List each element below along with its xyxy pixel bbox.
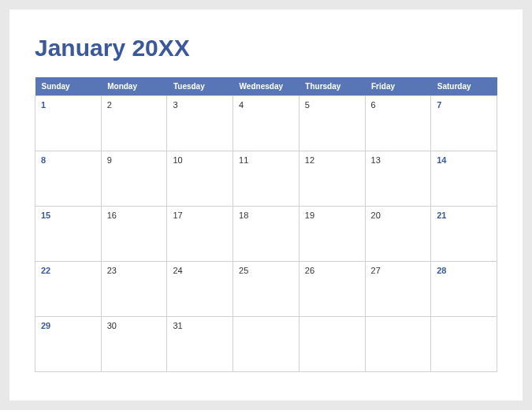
calendar-cell: 27 (365, 262, 431, 317)
calendar-cell (431, 317, 497, 372)
calendar-cell: 9 (101, 151, 167, 207)
day-header: Sunday (35, 77, 102, 96)
calendar-cell: 13 (365, 151, 431, 207)
calendar-cell: 28 (431, 262, 497, 317)
calendar-cell: 2 (101, 96, 167, 151)
calendar-cell: 18 (233, 207, 299, 262)
calendar-cell: 1 (35, 96, 102, 151)
calendar-cell: 21 (431, 207, 497, 262)
calendar-cell: 25 (233, 262, 299, 317)
calendar-body: 1234567891011121314151617181920212223242… (35, 96, 497, 372)
month-title: January 20XX (35, 35, 497, 62)
day-header: Friday (365, 77, 431, 96)
calendar-cell: 24 (167, 262, 233, 317)
calendar-cell: 6 (365, 96, 431, 151)
calendar-cell: 4 (233, 96, 299, 151)
calendar-row: 293031 (35, 317, 497, 372)
calendar-page: January 20XX Sunday Monday Tuesday Wedne… (9, 9, 523, 401)
calendar-cell: 5 (299, 96, 365, 151)
day-header: Thursday (299, 77, 365, 96)
calendar-row: 1234567 (35, 96, 497, 151)
calendar-cell: 20 (365, 207, 431, 262)
calendar-cell: 26 (299, 262, 365, 317)
calendar-cell (299, 317, 365, 372)
calendar-cell: 10 (167, 151, 233, 207)
day-header: Monday (101, 77, 167, 96)
calendar-cell: 19 (299, 207, 365, 262)
calendar-cell: 29 (35, 317, 102, 372)
calendar-cell: 22 (35, 262, 102, 317)
calendar-cell: 16 (101, 207, 167, 262)
calendar-cell: 17 (167, 207, 233, 262)
calendar-cell (233, 317, 299, 372)
calendar-cell: 3 (167, 96, 233, 151)
calendar-cell: 12 (299, 151, 365, 207)
calendar-row: 15161718192021 (35, 207, 497, 262)
calendar-cell: 8 (35, 151, 102, 207)
calendar-row: 22232425262728 (35, 262, 497, 317)
calendar-cell (365, 317, 431, 372)
calendar-row: 891011121314 (35, 151, 497, 207)
calendar-cell: 30 (101, 317, 167, 372)
day-header: Tuesday (167, 77, 233, 96)
calendar-cell: 7 (431, 96, 497, 151)
day-header: Saturday (431, 77, 497, 96)
day-header: Wednesday (233, 77, 299, 96)
calendar-cell: 23 (101, 262, 167, 317)
calendar-cell: 11 (233, 151, 299, 207)
calendar-cell: 14 (431, 151, 497, 207)
calendar-grid: Sunday Monday Tuesday Wednesday Thursday… (35, 77, 497, 372)
calendar-cell: 15 (35, 207, 102, 262)
day-header-row: Sunday Monday Tuesday Wednesday Thursday… (35, 77, 497, 96)
calendar-cell: 31 (167, 317, 233, 372)
